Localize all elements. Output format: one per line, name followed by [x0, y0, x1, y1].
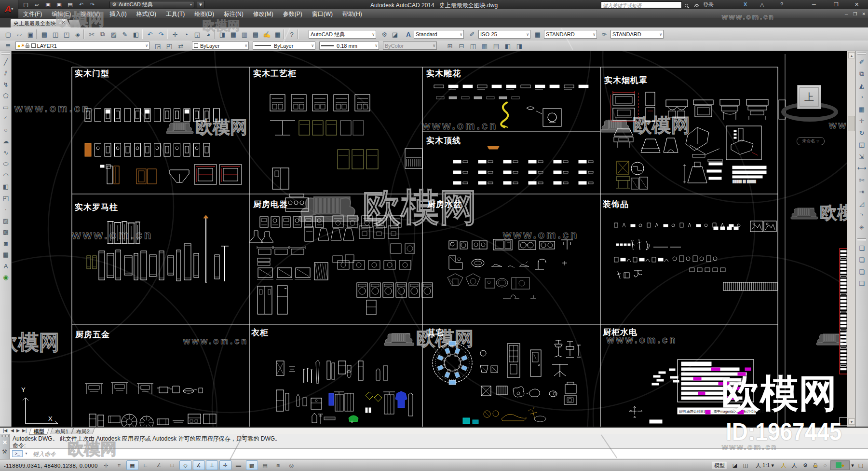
workspace-switcher[interactable]: ⚙AutoCAD 经典▾: [109, 1, 194, 8]
publish-icon[interactable]: ◳: [61, 29, 72, 39]
tray-icons[interactable]: ●: [830, 460, 850, 470]
erase-icon[interactable]: ✐: [857, 57, 867, 67]
menu-格式O[interactable]: 格式(O): [132, 9, 161, 18]
autodesk360-icon[interactable]: △: [760, 1, 764, 8]
new-icon[interactable]: ▢: [20, 1, 31, 8]
qat-dropdown[interactable]: ▾: [197, 1, 204, 8]
layer-previous-icon[interactable]: ◰: [164, 41, 175, 51]
annotation-visibility-icon[interactable]: 人: [778, 460, 789, 470]
make-group-icon[interactable]: ⊞: [445, 41, 455, 51]
workspace-lock-icon[interactable]: ◪: [390, 29, 400, 39]
plot-icon[interactable]: ▤: [65, 1, 76, 8]
line-icon[interactable]: ╱: [1, 57, 11, 67]
command-prompt-icon[interactable]: >_: [12, 450, 23, 457]
multiline-text-icon[interactable]: A: [1, 261, 11, 271]
3d-object-snap-toggle[interactable]: ◇: [179, 460, 191, 470]
last-layout-icon[interactable]: ▶|: [22, 428, 27, 433]
annotation-autoscale-icon[interactable]: 人: [790, 460, 799, 470]
layer-properties-icon[interactable]: ≣: [3, 41, 14, 51]
spline-icon[interactable]: ∿: [1, 148, 11, 157]
lineweight-combo[interactable]: 0.18 mm∨: [319, 42, 379, 50]
help-icon[interactable]: ?: [780, 1, 783, 7]
polar-tracking-toggle[interactable]: ∠: [153, 460, 165, 470]
polyline-icon[interactable]: ↯: [1, 80, 11, 89]
restore-button[interactable]: ❒: [834, 1, 839, 8]
viewcube[interactable]: 上: [797, 85, 821, 109]
paste-icon[interactable]: ▨: [108, 29, 119, 39]
snap-toggle[interactable]: ⌗: [113, 460, 125, 470]
menu-修改M[interactable]: 修改(M): [248, 9, 278, 18]
menu-帮助H[interactable]: 帮助(H): [338, 9, 367, 18]
match-properties-icon[interactable]: ✎: [120, 29, 130, 39]
open-icon[interactable]: ▱: [31, 1, 42, 8]
field-icon[interactable]: ▤: [491, 41, 502, 51]
close-button[interactable]: ✕: [854, 1, 859, 8]
sheet-set-manager-icon[interactable]: ▤: [250, 29, 261, 39]
mleader-style-combo[interactable]: STANDARD∨: [610, 30, 664, 39]
menu-参数P[interactable]: 参数(P): [278, 9, 307, 18]
search-input[interactable]: 键入关键字或短语: [601, 1, 682, 8]
dynamic-ucs-toggle[interactable]: ⊥: [206, 460, 218, 470]
hatch-icon[interactable]: ▨: [1, 216, 11, 225]
workspace-settings-icon[interactable]: ⚙: [379, 29, 390, 39]
clean-screen-button[interactable]: ▢: [856, 460, 865, 470]
preview-icon[interactable]: ◫: [50, 29, 61, 39]
menu-绘图D[interactable]: 绘图(D): [190, 9, 219, 18]
lengthen-icon[interactable]: ⟷: [857, 164, 867, 173]
send-under-objects-icon[interactable]: ❏: [857, 279, 867, 289]
plot-icon[interactable]: ▤: [39, 29, 50, 39]
signin-label[interactable]: 登录: [703, 1, 714, 9]
undo-icon[interactable]: ↶: [76, 1, 87, 8]
redo-icon[interactable]: ↷: [156, 29, 166, 39]
bring-to-front-icon[interactable]: ❏: [857, 243, 867, 253]
infer-constraints-toggle[interactable]: ⊹: [100, 460, 112, 470]
viewcube-ucs-menu[interactable]: 未命名▽: [797, 137, 825, 145]
exchange-icon[interactable]: X: [744, 1, 747, 7]
copy-icon[interactable]: ⧉: [857, 69, 867, 79]
table-icon[interactable]: ▦: [479, 41, 490, 51]
send-to-back-icon[interactable]: ❏: [857, 255, 867, 265]
workspace-combo[interactable]: AutoCAD 经典∨: [309, 30, 376, 39]
scroll-down-icon[interactable]: ▼: [848, 418, 855, 425]
annotation-monitor-toggle[interactable]: ◎: [285, 460, 298, 470]
lineweight-toggle[interactable]: ▬: [232, 460, 244, 470]
insert-block-icon[interactable]: ◧: [1, 182, 11, 192]
table-style-combo[interactable]: STANDARD∨: [544, 30, 597, 39]
circle-icon[interactable]: ○: [1, 125, 11, 135]
attribute-icon[interactable]: ◨: [514, 41, 525, 51]
menu-标注N[interactable]: 标注(N): [219, 9, 248, 18]
arc-icon[interactable]: ◜: [1, 114, 11, 124]
quick-properties-toggle[interactable]: ▤: [259, 460, 271, 470]
make-object-layer-current-icon[interactable]: ◲: [152, 41, 163, 51]
next-layout-icon[interactable]: ▶: [16, 428, 20, 433]
ortho-toggle[interactable]: ∟: [140, 460, 152, 470]
layer-color-swatch[interactable]: [31, 43, 36, 48]
cut-icon[interactable]: ✄: [86, 29, 97, 39]
extend-icon[interactable]: ⇥: [857, 187, 867, 197]
menu-插入I[interactable]: 插入(I): [105, 9, 131, 18]
dim-style-combo[interactable]: ISO-25∨: [478, 30, 530, 39]
drawing-canvas[interactable]: 欧模网www.om.cnwww.om.cn欧模网www.om.cnwww.om.…: [12, 51, 847, 427]
rectangle-icon[interactable]: ▭: [1, 102, 11, 112]
toolbar-lock-icon[interactable]: [811, 460, 820, 470]
doc-window-controls[interactable]: ─ ❒ ✕: [845, 12, 868, 16]
revision-cloud-icon[interactable]: ☁: [1, 137, 11, 146]
gradient-icon[interactable]: ▩: [1, 227, 11, 237]
annotation-scale-button[interactable]: 人 1:1 ▾: [753, 460, 776, 470]
construction-line-icon[interactable]: ⫽: [1, 69, 11, 78]
explode-icon[interactable]: ✳: [857, 222, 867, 232]
chamfer-icon[interactable]: ◿: [857, 199, 867, 208]
plot-style-combo[interactable]: ByColor∨: [383, 42, 437, 50]
menu-工具T[interactable]: 工具(T): [161, 9, 190, 18]
minimize-button[interactable]: ─: [812, 1, 816, 7]
linetype-combo[interactable]: ByLayer∨: [253, 42, 315, 50]
quick-calc-icon[interactable]: ▦: [272, 29, 283, 39]
tray-expand-icon[interactable]: ▾: [851, 460, 854, 470]
workspace-switching-icon[interactable]: ⚙: [800, 460, 810, 470]
prev-layout-icon[interactable]: ◀: [11, 428, 14, 433]
vertical-scrollbar[interactable]: ▲ ▼: [847, 51, 855, 427]
search-icon[interactable]: [685, 2, 689, 8]
text-style-combo[interactable]: Standard∨: [414, 30, 464, 39]
open-icon[interactable]: ▱: [14, 29, 25, 39]
ellipse-icon[interactable]: ⬭: [1, 159, 11, 169]
